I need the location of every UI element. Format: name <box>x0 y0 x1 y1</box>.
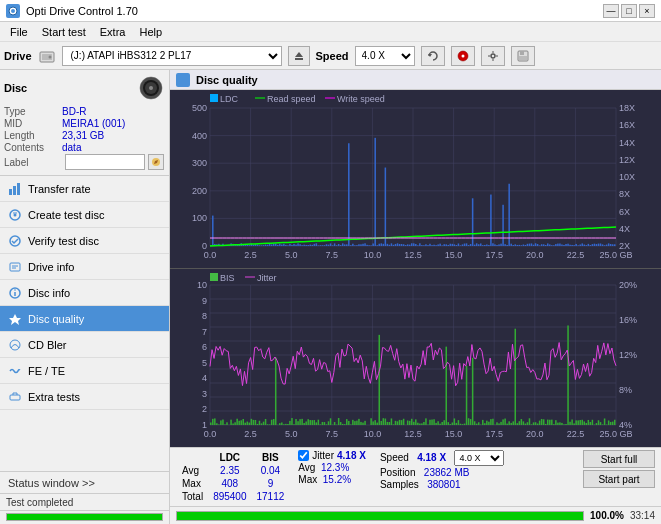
lower-chart-canvas <box>170 269 661 447</box>
total-label: Total <box>178 491 207 502</box>
progress-fill <box>177 512 583 520</box>
label-input[interactable] <box>65 154 145 170</box>
jitter-label: Jitter <box>312 450 334 461</box>
drive-select[interactable]: (J:) ATAPI iHBS312 2 PL17 <box>62 46 282 66</box>
svg-point-29 <box>14 289 16 291</box>
svg-marker-31 <box>9 314 21 325</box>
svg-point-17 <box>149 86 153 90</box>
upper-chart <box>170 90 661 269</box>
progress-bar-area: 100.0% 33:14 <box>170 506 661 524</box>
start-buttons: Start full Start part <box>583 450 655 488</box>
start-part-button[interactable]: Start part <box>583 470 655 488</box>
jitter-section: Jitter 4.18 X Avg 12.3% Max 15.2% <box>298 450 366 485</box>
mid-label: MID <box>4 118 62 129</box>
close-button[interactable]: × <box>639 4 655 18</box>
svg-rect-12 <box>520 51 524 55</box>
status-window-button[interactable]: Status window >> <box>0 471 169 493</box>
avg-ldc: 2.35 <box>209 465 250 476</box>
minimize-button[interactable]: — <box>603 4 619 18</box>
status-text: Test completed <box>6 497 73 508</box>
svg-rect-21 <box>17 183 20 195</box>
menu-help[interactable]: Help <box>133 25 168 39</box>
disc-quality-icon <box>8 312 22 326</box>
label-edit-button[interactable] <box>148 154 164 170</box>
menu-extra[interactable]: Extra <box>94 25 132 39</box>
sidebar-item-disc-info[interactable]: Disc info <box>0 280 169 306</box>
drive-icon <box>38 47 56 65</box>
svg-point-9 <box>461 54 464 57</box>
cd-bler-label: CD Bler <box>28 339 67 351</box>
speed-dropdown[interactable]: 4.0 X <box>454 450 504 466</box>
ldc-header: LDC <box>209 452 250 463</box>
samples-value: 380801 <box>427 479 460 490</box>
disc-icon <box>137 74 165 102</box>
sidebar-item-disc-quality[interactable]: Disc quality <box>0 306 169 332</box>
menu-bar: File Start test Extra Help <box>0 22 661 42</box>
disc-info-icon <box>8 286 22 300</box>
length-value: 23,31 GB <box>62 130 165 141</box>
save-button[interactable] <box>511 46 535 66</box>
status-window-label: Status window >> <box>8 477 95 489</box>
sidebar-item-fe-te[interactable]: FE / TE <box>0 358 169 384</box>
max-bis: 9 <box>253 478 289 489</box>
mid-value: MEIRA1 (001) <box>62 118 165 129</box>
svg-rect-20 <box>13 186 16 195</box>
extra-tests-icon <box>8 390 22 404</box>
sidebar-item-verify-test-disc[interactable]: Verify test disc <box>0 228 169 254</box>
transfer-rate-icon <box>8 182 22 196</box>
position-value: 23862 MB <box>424 467 470 478</box>
drive-info-icon <box>8 260 22 274</box>
jitter-speed-val: 4.18 X <box>337 450 366 461</box>
maximize-button[interactable]: □ <box>621 4 637 18</box>
disc-quality-label: Disc quality <box>28 313 84 325</box>
lower-chart <box>170 269 661 447</box>
refresh-button[interactable] <box>421 46 445 66</box>
cd-bler-icon <box>8 338 22 352</box>
total-ldc: 895400 <box>209 491 250 502</box>
svg-point-1 <box>11 9 15 13</box>
menu-start-test[interactable]: Start test <box>36 25 92 39</box>
verify-disc-icon <box>8 234 22 248</box>
disc-button[interactable] <box>451 46 475 66</box>
sidebar-item-transfer-rate[interactable]: Transfer rate <box>0 176 169 202</box>
svg-point-4 <box>48 55 51 58</box>
type-label: Type <box>4 106 62 117</box>
create-test-disc-label: Create test disc <box>28 209 104 221</box>
svg-rect-6 <box>295 58 303 60</box>
stats-bar: LDC BIS Avg 2.35 0.04 Max 408 9 Total 89… <box>170 447 661 506</box>
svg-point-10 <box>491 54 495 58</box>
total-bis: 17112 <box>253 491 289 502</box>
samples-label: Samples <box>380 479 419 490</box>
sidebar: Disc Type BD-R MID MEIRA1 (001) Length 2… <box>0 70 170 524</box>
sidebar-item-drive-info[interactable]: Drive info <box>0 254 169 280</box>
start-full-button[interactable]: Start full <box>583 450 655 468</box>
max-label: Max <box>178 478 207 489</box>
upper-chart-canvas <box>170 90 661 268</box>
window-controls: — □ × <box>603 4 655 18</box>
speed-section: Speed 4.18 X 4.0 X Position 23862 MB Sam… <box>380 450 505 490</box>
progress-time: 33:14 <box>630 510 655 521</box>
position-label: Position <box>380 467 416 478</box>
charts-container <box>170 90 661 447</box>
sidebar-item-extra-tests[interactable]: Extra tests <box>0 384 169 410</box>
avg-label: Avg <box>178 465 207 476</box>
settings-button[interactable] <box>481 46 505 66</box>
speed-text-label: Speed <box>380 452 409 463</box>
avg-jitter-label: Avg <box>298 462 318 473</box>
verify-test-disc-label: Verify test disc <box>28 235 99 247</box>
sidebar-item-create-test-disc[interactable]: Create test disc <box>0 202 169 228</box>
disc-section-title: Disc <box>4 82 27 94</box>
speed-value: 4.18 X <box>417 452 446 463</box>
svg-rect-33 <box>10 395 20 400</box>
max-ldc: 408 <box>209 478 250 489</box>
menu-file[interactable]: File <box>4 25 34 39</box>
length-label: Length <box>4 130 62 141</box>
eject-button[interactable] <box>288 46 310 66</box>
disc-info-label: Disc info <box>28 287 70 299</box>
speed-select[interactable]: 4.0 X <box>355 46 415 66</box>
jitter-checkbox[interactable] <box>298 450 309 461</box>
drive-bar: Drive (J:) ATAPI iHBS312 2 PL17 Speed 4.… <box>0 42 661 70</box>
sidebar-item-cd-bler[interactable]: CD Bler <box>0 332 169 358</box>
sidebar-progress-fill <box>7 514 162 520</box>
svg-rect-19 <box>9 189 12 195</box>
